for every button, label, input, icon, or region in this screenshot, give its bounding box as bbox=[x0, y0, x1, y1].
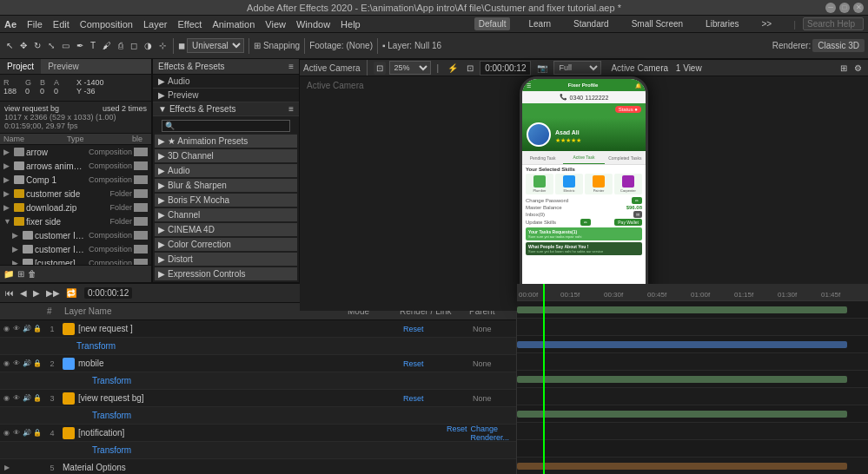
layer-arrow[interactable]: ▶ arrow Composition bbox=[0, 145, 151, 159]
layer-comp1[interactable]: ▶ Comp 1 Composition bbox=[0, 173, 151, 187]
distort-header[interactable]: ▶ Distort bbox=[155, 253, 297, 266]
tool-btn-2[interactable]: ✥ bbox=[17, 39, 30, 52]
menu-layer[interactable]: Layer bbox=[143, 19, 168, 30]
expression-controls-header[interactable]: ▶ Expression Controls bbox=[155, 267, 297, 280]
renderer-value[interactable]: Classic 3D bbox=[812, 39, 865, 52]
full-select[interactable]: Full Half Quarter bbox=[553, 61, 601, 75]
expand-btn[interactable]: ▶ bbox=[3, 161, 12, 170]
row1-reset[interactable]: Reset bbox=[403, 325, 424, 333]
layer-customer2-layers[interactable]: ▶ [customer] 2 Layers Composition bbox=[0, 256, 151, 265]
edit-icon[interactable]: ✏ bbox=[632, 197, 642, 204]
play-btn[interactable]: ⏮ bbox=[3, 287, 16, 299]
row4-vis[interactable]: 👁 bbox=[12, 428, 22, 438]
menu-animation[interactable]: Animation bbox=[212, 19, 255, 30]
menu-file[interactable]: File bbox=[27, 19, 43, 30]
row1t-btn[interactable] bbox=[16, 341, 26, 352]
layer-arrows-animation[interactable]: ▶ arrows animation Composition bbox=[0, 159, 151, 173]
ws-tab-libraries[interactable]: Libraries bbox=[701, 17, 743, 30]
time-display[interactable]: 0:00:00:12 bbox=[480, 61, 531, 76]
playhead[interactable] bbox=[543, 284, 545, 474]
row3-vis[interactable]: 👁 bbox=[12, 393, 22, 404]
tool-pen[interactable]: ✒ bbox=[74, 39, 86, 52]
blur-sharpen-header[interactable]: ▶ Blur & Sharpen bbox=[155, 179, 297, 192]
maximize-button[interactable]: □ bbox=[839, 3, 850, 13]
audio-fx-header[interactable]: ▶ Audio bbox=[155, 164, 297, 177]
menu-help[interactable]: Help bbox=[341, 19, 361, 30]
search-help-input[interactable] bbox=[803, 17, 864, 30]
pay-wallet-btn[interactable]: Pay Wallet bbox=[614, 219, 642, 226]
zoom-selector[interactable]: 25% 50% 100% bbox=[389, 61, 431, 75]
animation-presets-header[interactable]: ▶ ★ Animation Presets bbox=[155, 135, 297, 148]
row2-vis[interactable]: 👁 bbox=[12, 359, 22, 369]
expand-btn[interactable]: ▶ bbox=[12, 245, 21, 253]
row1-solo[interactable]: ◉ bbox=[2, 324, 11, 334]
tool-brush[interactable]: 🖌 bbox=[100, 39, 114, 52]
tool-text[interactable]: T bbox=[88, 39, 98, 52]
expand-btn[interactable]: ▶ bbox=[12, 231, 21, 240]
view-count[interactable]: 1 View bbox=[673, 62, 705, 75]
tool-rotate[interactable]: ↻ bbox=[31, 39, 43, 52]
ep-expand[interactable]: ▼ bbox=[158, 104, 167, 114]
tool-puppet[interactable]: ⊹ bbox=[156, 39, 169, 52]
row2-reset[interactable]: Reset bbox=[403, 359, 424, 368]
new-comp-btn[interactable]: ⊞ bbox=[17, 269, 24, 279]
ws-tab-more[interactable]: >> bbox=[757, 17, 776, 30]
ws-tab-smallscreen[interactable]: Small Screen bbox=[627, 17, 687, 30]
timeline-btn[interactable]: ⊞ bbox=[838, 62, 850, 75]
menu-edit[interactable]: Edit bbox=[53, 19, 70, 30]
play-pause-btn[interactable]: ▶ bbox=[31, 287, 42, 299]
tab-project[interactable]: Project bbox=[0, 59, 41, 74]
expand-btn[interactable]: ▶ bbox=[3, 189, 12, 198]
menu-effect[interactable]: Effect bbox=[177, 19, 202, 30]
active-cam-btn[interactable]: Active Camera bbox=[608, 62, 671, 75]
close-button[interactable]: ✕ bbox=[853, 3, 864, 13]
row2-lock[interactable]: 🔒 bbox=[32, 359, 42, 369]
composition-selector[interactable]: Universal bbox=[187, 38, 244, 53]
loop-btn[interactable]: 🔁 bbox=[64, 287, 78, 299]
expand-btn[interactable]: ▼ bbox=[3, 217, 12, 226]
inbox-icon[interactable]: ✉ bbox=[633, 211, 642, 218]
row4-change-render[interactable]: Change Renderer... bbox=[471, 425, 516, 442]
channel-3d-header[interactable]: ▶ 3D Channel bbox=[155, 149, 297, 162]
cinema4d-header[interactable]: ▶ CINEMA 4D bbox=[155, 223, 297, 236]
new-folder-btn[interactable]: 📁 bbox=[3, 269, 14, 279]
menu-window[interactable]: Window bbox=[296, 19, 330, 30]
minimize-button[interactable]: ─ bbox=[825, 3, 836, 13]
row1-vis[interactable]: 👁 bbox=[12, 324, 22, 334]
transparency-btn[interactable]: ⊡ bbox=[464, 62, 476, 75]
row4-lock[interactable]: 🔒 bbox=[32, 428, 42, 438]
fast-preview-btn[interactable]: ⚡ bbox=[445, 62, 461, 75]
tool-stamp[interactable]: ⎙ bbox=[116, 39, 126, 52]
tab-active[interactable]: Active Task bbox=[563, 151, 604, 164]
layer-customer-id-rec[interactable]: ▶ customer ID [Recovered] Composition bbox=[0, 228, 151, 242]
tab-completed[interactable]: Completed Tasks bbox=[605, 151, 646, 164]
row2-solo[interactable]: ◉ bbox=[2, 359, 11, 369]
row4-audio[interactable]: 🔊 bbox=[23, 428, 32, 438]
expand-btn[interactable]: ▶ bbox=[3, 175, 12, 184]
row1-audio[interactable]: 🔊 bbox=[23, 324, 32, 334]
tab-pending[interactable]: Pending Task bbox=[522, 151, 563, 164]
row3-audio[interactable]: 🔊 bbox=[23, 393, 32, 404]
next-frame-btn[interactable]: ▶▶ bbox=[44, 287, 62, 299]
ws-tab-learn[interactable]: Learn bbox=[524, 17, 555, 30]
comp-settings-btn[interactable]: ⚙ bbox=[851, 62, 865, 75]
tool-rect[interactable]: ▭ bbox=[59, 39, 72, 52]
update-icon[interactable]: ✏ bbox=[580, 219, 591, 226]
prev-frame-btn[interactable]: ◀ bbox=[18, 287, 29, 299]
preview-section[interactable]: ▶ Preview bbox=[153, 89, 299, 102]
ep-menu[interactable]: ≡ bbox=[288, 104, 294, 114]
audio-section[interactable]: ▶ Audio bbox=[153, 75, 299, 89]
search-effects-input[interactable] bbox=[162, 120, 290, 132]
effects-menu[interactable]: ≡ bbox=[288, 62, 294, 71]
delete-btn[interactable]: 🗑 bbox=[28, 269, 36, 279]
expand-btn[interactable]: ▶ bbox=[3, 203, 12, 212]
zoom-fit-btn[interactable]: ⊡ bbox=[374, 62, 386, 75]
row3-reset[interactable]: Reset bbox=[403, 394, 424, 403]
layer-customer-side[interactable]: ▶ customer side Folder bbox=[0, 187, 151, 201]
row1-lock[interactable]: 🔒 bbox=[32, 324, 42, 334]
boris-fx-header[interactable]: ▶ Boris FX Mocha bbox=[155, 194, 297, 207]
row3-solo[interactable]: ◉ bbox=[2, 393, 11, 404]
layer-customer-id-rec2[interactable]: ▶ customer ID [Recovered] 2 Composition bbox=[0, 242, 151, 256]
expand-arrow[interactable]: ▶ bbox=[3, 148, 12, 156]
row3-lock[interactable]: 🔒 bbox=[32, 393, 42, 404]
